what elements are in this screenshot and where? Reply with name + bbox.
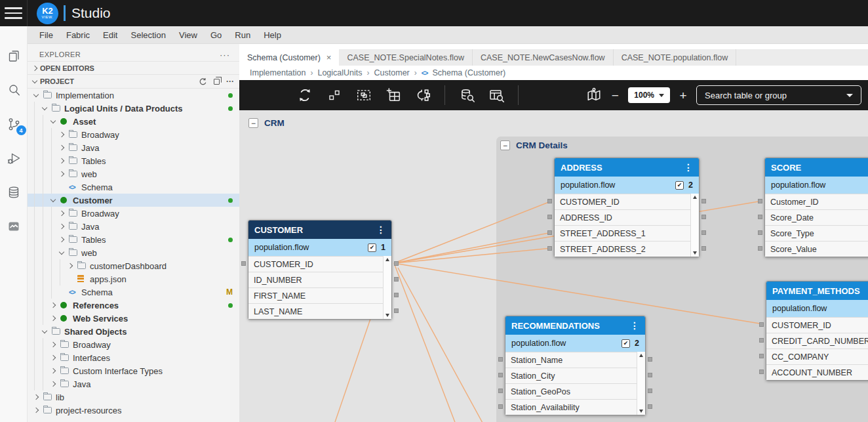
field-row[interactable]: STREET_ADDRESS_2 bbox=[555, 241, 690, 257]
log-snapshot-icon[interactable] bbox=[5, 218, 22, 235]
field-row[interactable]: ACCOUNT_NUMBER bbox=[766, 364, 868, 380]
zoom-level-dropdown[interactable]: 100% bbox=[628, 87, 670, 103]
chevron-right-icon[interactable] bbox=[59, 145, 64, 150]
connector-port[interactable] bbox=[758, 246, 762, 251]
chevron-down-icon[interactable] bbox=[42, 104, 47, 110]
field-row[interactable]: CUSTOMER_ID bbox=[248, 256, 383, 272]
tab-case-note-specialnotes-flow[interactable]: CASE_NOTE.SpecialNotes.flow bbox=[339, 49, 473, 66]
tree-item-customer[interactable]: Customer bbox=[28, 194, 239, 207]
scroll-up-icon[interactable] bbox=[639, 354, 643, 357]
fields-scrollbar[interactable] bbox=[637, 352, 645, 415]
table-header[interactable]: RECOMMENDATIONS⋮ bbox=[505, 316, 645, 335]
schema-table-recommendations[interactable]: RECOMMENDATIONS⋮population.flow✔2Station… bbox=[505, 316, 646, 415]
project-section[interactable]: PROJECT ··· bbox=[28, 75, 239, 89]
menu-item-run[interactable]: Run bbox=[228, 30, 257, 40]
zoom-in-button[interactable]: + bbox=[679, 89, 688, 102]
sync-icon[interactable] bbox=[297, 87, 313, 103]
menu-item-fabric[interactable]: Fabric bbox=[60, 30, 96, 40]
tree-item-tables[interactable]: Tables bbox=[28, 233, 239, 246]
schema-table-address[interactable]: ADDRESS⋮population.flow✔2CUSTOMER_IDADDR… bbox=[554, 158, 700, 257]
tree-item-broadway[interactable]: Broadway bbox=[28, 128, 239, 141]
connector-port[interactable] bbox=[759, 369, 764, 374]
connector-port[interactable] bbox=[759, 354, 764, 358]
connector-port[interactable] bbox=[241, 261, 246, 266]
chevron-right-icon[interactable] bbox=[50, 316, 56, 321]
tree-item-lib[interactable]: lib bbox=[28, 390, 239, 404]
tree-item-broadway[interactable]: Broadway bbox=[28, 207, 239, 220]
field-row[interactable]: ID_NUMBER bbox=[248, 272, 383, 287]
chevron-right-icon[interactable] bbox=[33, 394, 39, 400]
connector-port[interactable] bbox=[701, 246, 706, 251]
field-row[interactable]: Station_City bbox=[505, 368, 637, 383]
table-header[interactable]: SCORE⋮ bbox=[765, 158, 868, 177]
population-flow-row[interactable]: population.flow bbox=[765, 177, 868, 194]
connector-port[interactable] bbox=[394, 293, 399, 297]
marquee-select-icon[interactable] bbox=[356, 87, 372, 103]
field-row[interactable]: Score_Date bbox=[765, 209, 868, 225]
fields-scrollbar[interactable] bbox=[383, 256, 391, 319]
fields-scrollbar[interactable] bbox=[690, 194, 699, 257]
tree-item-references[interactable]: References bbox=[28, 299, 239, 312]
tree-item-java[interactable]: Java bbox=[28, 377, 239, 390]
connector-port[interactable] bbox=[648, 357, 652, 362]
chevron-right-icon[interactable] bbox=[59, 237, 64, 242]
project-more-icon[interactable]: ··· bbox=[226, 77, 234, 86]
chevron-right-icon[interactable] bbox=[59, 132, 64, 137]
tree-item-apps-json[interactable]: apps.json bbox=[28, 272, 239, 285]
population-flow-row[interactable]: population.flow✔2 bbox=[555, 177, 699, 194]
explorer-files-icon[interactable] bbox=[5, 47, 22, 64]
minimap-icon[interactable] bbox=[586, 87, 602, 103]
tree-item-project-resources[interactable]: project-resources bbox=[28, 404, 239, 417]
chevron-right-icon[interactable] bbox=[50, 381, 56, 387]
scroll-up-icon[interactable] bbox=[385, 258, 389, 261]
connector-port[interactable] bbox=[394, 308, 399, 313]
menu-item-view[interactable]: View bbox=[172, 30, 204, 40]
tree-item-implementation[interactable]: Implementation bbox=[28, 89, 239, 102]
chevron-down-icon[interactable] bbox=[50, 117, 56, 123]
population-flow-row[interactable]: population.flow✔2 bbox=[505, 335, 645, 352]
schema-table-score[interactable]: SCORE⋮population.flowCustomer_IDScore_Da… bbox=[764, 158, 868, 257]
field-row[interactable]: ADDRESS_ID bbox=[555, 209, 690, 225]
search-table-dropdown[interactable]: Search table or group bbox=[696, 85, 861, 105]
field-row[interactable]: CUSTOMER_ID bbox=[766, 317, 868, 333]
chevron-right-icon[interactable] bbox=[33, 408, 39, 413]
kebab-menu-icon[interactable]: ⋮ bbox=[684, 162, 693, 173]
zoom-out-button[interactable]: − bbox=[610, 89, 620, 102]
kebab-menu-icon[interactable]: ⋮ bbox=[630, 320, 639, 331]
explorer-more-button[interactable]: ··· bbox=[220, 50, 230, 60]
connector-port[interactable] bbox=[759, 338, 764, 343]
tree-item-web[interactable]: web bbox=[28, 246, 239, 259]
table-header[interactable]: CUSTOMER⋮ bbox=[248, 221, 391, 239]
kebab-menu-icon[interactable]: ⋮ bbox=[376, 224, 385, 235]
connector-port[interactable] bbox=[701, 199, 706, 203]
connector-port[interactable] bbox=[498, 373, 503, 377]
chevron-down-icon[interactable] bbox=[50, 196, 56, 201]
chevron-right-icon[interactable] bbox=[68, 263, 73, 268]
close-icon[interactable]: × bbox=[326, 53, 332, 62]
crm-details-collapse-button[interactable]: − bbox=[500, 140, 510, 150]
connector-port[interactable] bbox=[758, 199, 762, 203]
reorganize-icon[interactable] bbox=[415, 87, 431, 103]
flow-checkbox[interactable]: ✔ bbox=[621, 339, 630, 348]
tree-item-schema[interactable]: <>Schema bbox=[28, 180, 239, 194]
breadcrumb-item[interactable]: Implementation bbox=[250, 68, 306, 77]
database-icon[interactable] bbox=[5, 184, 22, 201]
chevron-right-icon[interactable] bbox=[59, 171, 64, 177]
run-debug-icon[interactable] bbox=[5, 150, 22, 167]
connector-port[interactable] bbox=[498, 357, 503, 362]
population-flow-row[interactable]: population.flow bbox=[766, 300, 868, 317]
tree-item-logical-units-data-products[interactable]: Logical Units / Data Products bbox=[28, 102, 239, 115]
menu-item-selection[interactable]: Selection bbox=[124, 30, 172, 40]
field-row[interactable]: CUSTOMER_ID bbox=[555, 194, 690, 209]
scroll-down-icon[interactable] bbox=[693, 251, 697, 255]
add-table-icon[interactable] bbox=[385, 87, 401, 103]
scroll-down-icon[interactable] bbox=[385, 314, 389, 317]
scroll-down-icon[interactable] bbox=[639, 410, 643, 413]
tree-item-web-services[interactable]: Web Services bbox=[28, 312, 239, 325]
chevron-right-icon[interactable] bbox=[50, 355, 56, 360]
breadcrumb-item[interactable]: LogicalUnits bbox=[317, 68, 362, 77]
breadcrumb-item[interactable]: Schema (Customer) bbox=[432, 68, 505, 77]
field-row[interactable]: CC_COMPANY bbox=[766, 348, 868, 364]
field-row[interactable]: FIRST_NAME bbox=[248, 287, 383, 303]
connector-port[interactable] bbox=[758, 215, 762, 219]
